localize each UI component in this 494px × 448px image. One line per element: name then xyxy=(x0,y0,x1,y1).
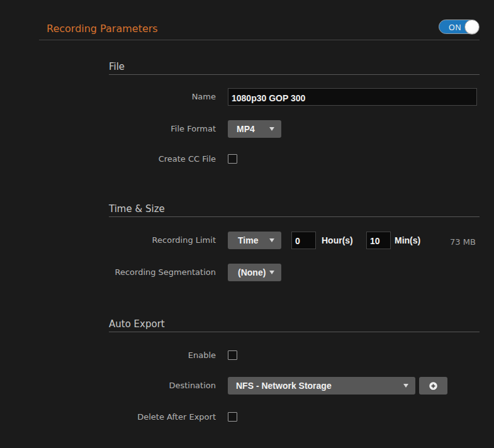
file-format-label: File Format xyxy=(171,120,216,138)
minutes-input[interactable] xyxy=(366,232,391,249)
page-title: Recording Parameters xyxy=(47,24,158,34)
minutes-unit-label: Min(s) xyxy=(395,232,420,249)
create-cc-file-label: Create CC File xyxy=(159,154,216,164)
plus-circle-icon xyxy=(429,381,438,391)
chevron-down-icon xyxy=(269,127,274,131)
recording-limit-type-dropdown[interactable]: Time xyxy=(228,232,281,249)
chevron-down-icon xyxy=(269,271,274,274)
create-cc-file-checkbox[interactable] xyxy=(228,154,237,164)
section-title-time-size: Time & Size xyxy=(109,204,480,217)
enable-checkbox[interactable] xyxy=(228,350,237,360)
toggle-on-label: ON xyxy=(449,23,461,32)
recording-segmentation-dropdown[interactable]: (None) xyxy=(228,264,281,281)
header-divider xyxy=(39,40,480,40)
enable-label: Enable xyxy=(188,350,216,360)
recording-parameters-panel: Recording Parameters ON File Name File F… xyxy=(0,0,494,448)
recording-segmentation-label: Recording Segmentation xyxy=(115,264,216,281)
name-label: Name xyxy=(192,88,216,106)
chevron-down-icon xyxy=(269,238,274,242)
destination-value: NFS - Network Storage xyxy=(236,381,332,391)
recording-limit-label: Recording Limit xyxy=(152,232,216,249)
add-destination-button[interactable] xyxy=(419,377,447,395)
file-format-value: MP4 xyxy=(237,124,255,134)
delete-after-export-label: Delete After Export xyxy=(137,412,216,422)
hours-input[interactable] xyxy=(291,232,316,249)
delete-after-export-checkbox[interactable] xyxy=(228,412,237,422)
recording-toggle[interactable]: ON xyxy=(439,20,479,34)
recording-limit-type-value: Time xyxy=(238,235,258,245)
name-input[interactable] xyxy=(228,88,477,106)
section-title-auto-export: Auto Export xyxy=(109,320,480,332)
section-title-file: File xyxy=(109,62,480,75)
file-format-dropdown[interactable]: MP4 xyxy=(228,120,281,138)
destination-label: Destination xyxy=(169,377,216,395)
recording-segmentation-value: (None) xyxy=(238,267,266,277)
destination-dropdown[interactable]: NFS - Network Storage xyxy=(228,377,415,395)
estimated-size-note: 73 MB xyxy=(450,233,476,251)
toggle-knob[interactable] xyxy=(464,20,480,35)
chevron-down-icon xyxy=(403,384,408,388)
hours-unit-label: Hour(s) xyxy=(322,232,353,249)
